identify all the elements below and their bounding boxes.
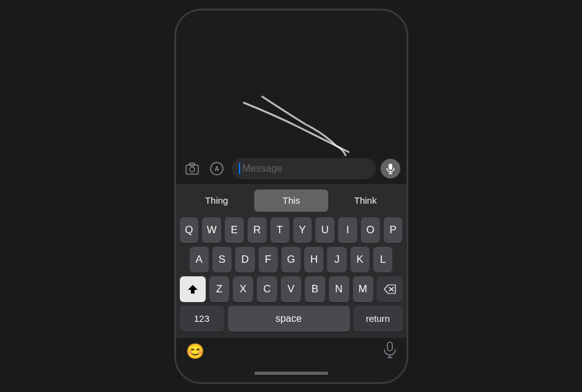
home-indicator: [176, 365, 406, 382]
suggestion-think[interactable]: Think: [328, 190, 402, 212]
suggestions-row: Thing This Think: [180, 189, 403, 212]
message-input[interactable]: Message: [232, 158, 376, 179]
svg-text:A: A: [214, 166, 219, 172]
suggestion-thing[interactable]: Thing: [180, 190, 254, 212]
key-g[interactable]: G: [281, 247, 301, 273]
keyboard: Thing This Think Q W E R T Y U I O P A S…: [176, 184, 406, 338]
key-r[interactable]: R: [248, 217, 267, 243]
suggestion-this[interactable]: This: [254, 190, 328, 212]
key-z[interactable]: Z: [209, 276, 230, 302]
appstore-button[interactable]: A: [207, 159, 227, 178]
phone-frame: A Message Thing This Think Q W E: [174, 9, 408, 384]
key-x[interactable]: X: [233, 276, 253, 302]
bottom-toolbar: 😊: [176, 338, 406, 365]
key-c[interactable]: C: [257, 276, 277, 302]
key-backspace[interactable]: [377, 276, 403, 302]
key-b[interactable]: B: [305, 276, 325, 302]
key-space[interactable]: space: [228, 306, 350, 332]
key-w[interactable]: W: [202, 217, 221, 243]
mic-toolbar-button[interactable]: [383, 342, 397, 361]
key-o[interactable]: O: [361, 217, 380, 243]
key-q[interactable]: Q: [180, 217, 199, 243]
mic-button[interactable]: [381, 159, 400, 178]
text-cursor: [239, 163, 240, 174]
key-i[interactable]: I: [338, 217, 357, 243]
key-p[interactable]: P: [384, 217, 403, 243]
svg-rect-2: [190, 163, 195, 166]
key-l[interactable]: L: [373, 247, 392, 273]
message-placeholder: Message: [243, 163, 283, 174]
key-j[interactable]: J: [327, 247, 346, 273]
emoji-button[interactable]: 😊: [186, 343, 204, 360]
key-m[interactable]: M: [353, 276, 373, 302]
key-row-1: Q W E R T Y U I O P: [180, 217, 403, 243]
message-bar: A Message: [176, 153, 406, 184]
key-a[interactable]: A: [190, 247, 209, 273]
key-return[interactable]: return: [354, 306, 403, 332]
key-v[interactable]: V: [281, 276, 301, 302]
home-bar: [254, 372, 328, 375]
key-t[interactable]: T: [270, 217, 289, 243]
key-h[interactable]: H: [304, 247, 323, 273]
svg-rect-10: [387, 342, 392, 351]
bottom-key-row: 123 space return: [180, 306, 403, 332]
svg-rect-5: [389, 164, 392, 170]
key-shift[interactable]: [180, 276, 206, 302]
key-n[interactable]: N: [329, 276, 349, 302]
key-row-3: Z X C V B N M: [180, 276, 403, 302]
key-y[interactable]: Y: [293, 217, 312, 243]
key-numbers[interactable]: 123: [180, 306, 224, 332]
svg-rect-0: [186, 165, 198, 174]
camera-button[interactable]: [182, 159, 202, 178]
key-e[interactable]: E: [225, 217, 244, 243]
svg-point-1: [190, 167, 195, 172]
key-f[interactable]: F: [259, 247, 278, 273]
key-d[interactable]: D: [235, 247, 254, 273]
key-s[interactable]: S: [212, 247, 232, 273]
key-u[interactable]: U: [315, 217, 334, 243]
key-k[interactable]: K: [350, 247, 370, 273]
key-row-2: A S D F G H J K L: [180, 247, 403, 273]
